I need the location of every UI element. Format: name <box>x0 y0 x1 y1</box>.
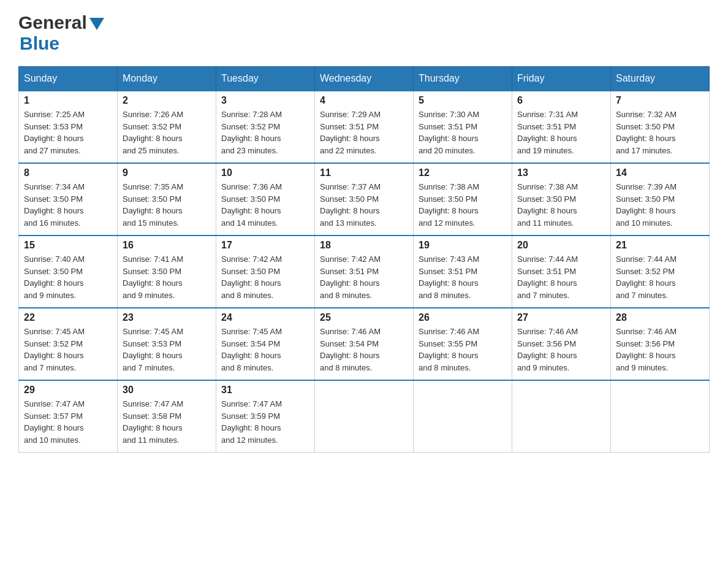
calendar-cell: 13Sunrise: 7:38 AMSunset: 3:50 PMDayligh… <box>512 163 611 236</box>
calendar-week-5: 29Sunrise: 7:47 AMSunset: 3:57 PMDayligh… <box>19 380 710 453</box>
calendar-week-1: 1Sunrise: 7:25 AMSunset: 3:53 PMDaylight… <box>19 91 710 163</box>
day-info: Sunrise: 7:40 AMSunset: 3:50 PMDaylight:… <box>24 255 85 300</box>
day-number: 25 <box>320 312 408 323</box>
day-number: 31 <box>221 385 309 396</box>
day-number: 11 <box>320 167 408 178</box>
header-sunday: Sunday <box>19 67 118 91</box>
day-number: 5 <box>419 95 507 106</box>
calendar-cell: 22Sunrise: 7:45 AMSunset: 3:52 PMDayligh… <box>19 308 118 380</box>
day-number: 18 <box>320 240 408 251</box>
calendar-cell: 29Sunrise: 7:47 AMSunset: 3:57 PMDayligh… <box>19 380 118 453</box>
day-info: Sunrise: 7:35 AMSunset: 3:50 PMDaylight:… <box>123 182 183 228</box>
header-saturday: Saturday <box>611 67 710 91</box>
logo: General Blue <box>18 12 104 54</box>
day-number: 9 <box>123 167 211 178</box>
day-number: 27 <box>517 312 605 323</box>
day-info: Sunrise: 7:47 AMSunset: 3:58 PMDaylight:… <box>123 399 183 445</box>
calendar-table: SundayMondayTuesdayWednesdayThursdayFrid… <box>18 66 710 453</box>
day-info: Sunrise: 7:46 AMSunset: 3:55 PMDaylight:… <box>419 327 479 372</box>
day-info: Sunrise: 7:38 AMSunset: 3:50 PMDaylight:… <box>517 182 578 228</box>
calendar-cell: 19Sunrise: 7:43 AMSunset: 3:51 PMDayligh… <box>414 236 512 308</box>
calendar-cell: 30Sunrise: 7:47 AMSunset: 3:58 PMDayligh… <box>118 380 216 453</box>
day-info: Sunrise: 7:34 AMSunset: 3:50 PMDaylight:… <box>24 182 85 228</box>
day-number: 1 <box>24 95 112 106</box>
day-info: Sunrise: 7:45 AMSunset: 3:52 PMDaylight:… <box>24 327 85 372</box>
day-info: Sunrise: 7:44 AMSunset: 3:51 PMDaylight:… <box>517 255 578 300</box>
day-info: Sunrise: 7:41 AMSunset: 3:50 PMDaylight:… <box>123 255 183 300</box>
logo-general-text: General <box>18 12 87 33</box>
calendar-week-4: 22Sunrise: 7:45 AMSunset: 3:52 PMDayligh… <box>19 308 710 380</box>
calendar-cell <box>414 380 512 453</box>
day-number: 23 <box>123 312 211 323</box>
day-info: Sunrise: 7:44 AMSunset: 3:52 PMDaylight:… <box>616 255 677 300</box>
day-info: Sunrise: 7:45 AMSunset: 3:53 PMDaylight:… <box>123 327 183 372</box>
day-info: Sunrise: 7:46 AMSunset: 3:56 PMDaylight:… <box>616 327 677 372</box>
day-info: Sunrise: 7:39 AMSunset: 3:50 PMDaylight:… <box>616 182 677 228</box>
calendar-cell: 5Sunrise: 7:30 AMSunset: 3:51 PMDaylight… <box>414 91 512 163</box>
day-number: 14 <box>616 167 704 178</box>
calendar-cell <box>512 380 611 453</box>
calendar-cell: 28Sunrise: 7:46 AMSunset: 3:56 PMDayligh… <box>611 308 710 380</box>
calendar-week-3: 15Sunrise: 7:40 AMSunset: 3:50 PMDayligh… <box>19 236 710 308</box>
day-number: 20 <box>517 240 605 251</box>
header-monday: Monday <box>118 67 216 91</box>
day-info: Sunrise: 7:38 AMSunset: 3:50 PMDaylight:… <box>419 182 479 228</box>
calendar-cell: 10Sunrise: 7:36 AMSunset: 3:50 PMDayligh… <box>216 163 315 236</box>
day-info: Sunrise: 7:45 AMSunset: 3:54 PMDaylight:… <box>221 327 282 372</box>
calendar-cell: 16Sunrise: 7:41 AMSunset: 3:50 PMDayligh… <box>118 236 216 308</box>
calendar-cell: 23Sunrise: 7:45 AMSunset: 3:53 PMDayligh… <box>118 308 216 380</box>
day-number: 7 <box>616 95 704 106</box>
calendar-cell <box>315 380 414 453</box>
calendar-cell <box>611 380 710 453</box>
calendar-cell: 31Sunrise: 7:47 AMSunset: 3:59 PMDayligh… <box>216 380 315 453</box>
calendar-cell: 14Sunrise: 7:39 AMSunset: 3:50 PMDayligh… <box>611 163 710 236</box>
day-number: 12 <box>419 167 507 178</box>
day-info: Sunrise: 7:30 AMSunset: 3:51 PMDaylight:… <box>419 110 479 155</box>
day-info: Sunrise: 7:43 AMSunset: 3:51 PMDaylight:… <box>419 255 479 300</box>
calendar-cell: 15Sunrise: 7:40 AMSunset: 3:50 PMDayligh… <box>19 236 118 308</box>
calendar-cell: 11Sunrise: 7:37 AMSunset: 3:50 PMDayligh… <box>315 163 414 236</box>
day-number: 30 <box>123 385 211 396</box>
header-wednesday: Wednesday <box>315 67 414 91</box>
day-info: Sunrise: 7:46 AMSunset: 3:54 PMDaylight:… <box>320 327 381 372</box>
day-number: 29 <box>24 385 112 396</box>
day-info: Sunrise: 7:29 AMSunset: 3:51 PMDaylight:… <box>320 110 381 155</box>
calendar-cell: 21Sunrise: 7:44 AMSunset: 3:52 PMDayligh… <box>611 236 710 308</box>
calendar-cell: 24Sunrise: 7:45 AMSunset: 3:54 PMDayligh… <box>216 308 315 380</box>
day-number: 6 <box>517 95 605 106</box>
page-header: General Blue <box>18 12 710 54</box>
day-number: 19 <box>419 240 507 251</box>
calendar-cell: 8Sunrise: 7:34 AMSunset: 3:50 PMDaylight… <box>19 163 118 236</box>
day-number: 26 <box>419 312 507 323</box>
calendar-cell: 26Sunrise: 7:46 AMSunset: 3:55 PMDayligh… <box>414 308 512 380</box>
calendar-cell: 6Sunrise: 7:31 AMSunset: 3:51 PMDaylight… <box>512 91 611 163</box>
header-thursday: Thursday <box>414 67 512 91</box>
calendar-cell: 17Sunrise: 7:42 AMSunset: 3:50 PMDayligh… <box>216 236 315 308</box>
day-number: 4 <box>320 95 408 106</box>
calendar-cell: 12Sunrise: 7:38 AMSunset: 3:50 PMDayligh… <box>414 163 512 236</box>
day-info: Sunrise: 7:32 AMSunset: 3:50 PMDaylight:… <box>616 110 677 155</box>
calendar-cell: 18Sunrise: 7:42 AMSunset: 3:51 PMDayligh… <box>315 236 414 308</box>
day-number: 21 <box>616 240 704 251</box>
day-info: Sunrise: 7:42 AMSunset: 3:51 PMDaylight:… <box>320 255 381 300</box>
calendar-cell: 2Sunrise: 7:26 AMSunset: 3:52 PMDaylight… <box>118 91 216 163</box>
day-info: Sunrise: 7:47 AMSunset: 3:57 PMDaylight:… <box>24 399 85 445</box>
day-number: 22 <box>24 312 112 323</box>
calendar-cell: 25Sunrise: 7:46 AMSunset: 3:54 PMDayligh… <box>315 308 414 380</box>
logo-triangle-icon <box>89 18 104 30</box>
day-number: 17 <box>221 240 309 251</box>
day-info: Sunrise: 7:47 AMSunset: 3:59 PMDaylight:… <box>221 399 282 445</box>
calendar-week-2: 8Sunrise: 7:34 AMSunset: 3:50 PMDaylight… <box>19 163 710 236</box>
calendar-cell: 27Sunrise: 7:46 AMSunset: 3:56 PMDayligh… <box>512 308 611 380</box>
calendar-cell: 9Sunrise: 7:35 AMSunset: 3:50 PMDaylight… <box>118 163 216 236</box>
calendar-cell: 20Sunrise: 7:44 AMSunset: 3:51 PMDayligh… <box>512 236 611 308</box>
day-number: 2 <box>123 95 211 106</box>
day-info: Sunrise: 7:46 AMSunset: 3:56 PMDaylight:… <box>517 327 578 372</box>
day-number: 8 <box>24 167 112 178</box>
calendar-header-row: SundayMondayTuesdayWednesdayThursdayFrid… <box>19 67 710 91</box>
day-info: Sunrise: 7:36 AMSunset: 3:50 PMDaylight:… <box>221 182 282 228</box>
calendar-cell: 1Sunrise: 7:25 AMSunset: 3:53 PMDaylight… <box>19 91 118 163</box>
day-info: Sunrise: 7:42 AMSunset: 3:50 PMDaylight:… <box>221 255 282 300</box>
day-info: Sunrise: 7:28 AMSunset: 3:52 PMDaylight:… <box>221 110 282 155</box>
header-tuesday: Tuesday <box>216 67 315 91</box>
